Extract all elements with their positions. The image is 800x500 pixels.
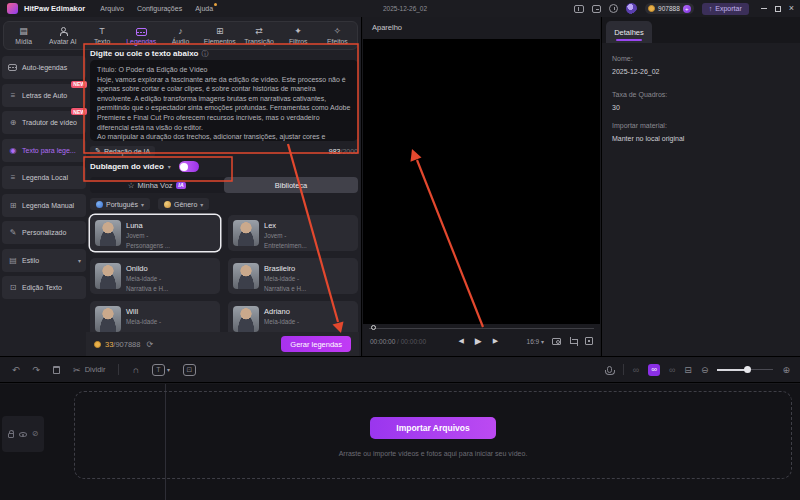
fullscreen-icon[interactable] bbox=[585, 337, 593, 345]
tab-texto[interactable]: TTexto bbox=[82, 26, 121, 45]
sidebar-item-legenda-local[interactable]: ≡Legenda Local bbox=[2, 166, 86, 189]
chevron-down-icon: ▾ bbox=[200, 201, 203, 208]
history-icon[interactable] bbox=[609, 4, 618, 13]
zoom-out-icon[interactable]: ⊖ bbox=[701, 365, 709, 375]
undo-icon[interactable]: ↶ bbox=[12, 365, 20, 375]
mute-track-icon[interactable]: ⊘ bbox=[32, 430, 39, 438]
chevron-down-icon: ▾ bbox=[141, 201, 144, 208]
close-button[interactable]: × bbox=[789, 4, 794, 13]
prev-frame-button[interactable]: ◀ bbox=[458, 337, 463, 345]
redo-icon[interactable]: ↷ bbox=[33, 365, 41, 375]
next-frame-button[interactable]: ▶ bbox=[493, 337, 498, 345]
voice-avatar bbox=[233, 263, 259, 289]
text-edit-icon: ⊡ bbox=[8, 283, 18, 292]
sidebar-item-legenda-manual[interactable]: ⊞Legenda Manual bbox=[2, 194, 86, 217]
notification-dot bbox=[214, 3, 217, 6]
tab-transicao[interactable]: ⇄Transição bbox=[239, 26, 278, 45]
tab-audio[interactable]: ♪Áudio bbox=[161, 26, 200, 45]
snapshot-icon[interactable] bbox=[552, 338, 561, 345]
caption-text-input[interactable]: Título: O Poder da Edição de Vídeo Hoje,… bbox=[90, 60, 358, 141]
sidebar-item-estilo[interactable]: ▤Estilo▾ bbox=[2, 249, 86, 272]
pen-icon: ✎ bbox=[95, 147, 101, 155]
record-voiceover-icon[interactable] bbox=[607, 366, 612, 373]
app-window: HitPaw Edimakor Arquivo Configurações Aj… bbox=[0, 0, 800, 500]
new-badge: NEW bbox=[71, 108, 87, 115]
info-icon[interactable]: ⓘ bbox=[201, 50, 208, 57]
cost-counter: 33/907888 bbox=[105, 340, 140, 349]
auto-link-icon[interactable]: ∞ bbox=[648, 364, 660, 376]
seek-bar[interactable] bbox=[369, 325, 594, 331]
refresh-icon[interactable]: ⟳ bbox=[146, 340, 153, 349]
user-avatar[interactable] bbox=[626, 3, 637, 14]
gender-filter-dropdown[interactable]: Gênero▾ bbox=[158, 198, 209, 210]
generate-bar: 33/907888 ⟳ Gerar legendas bbox=[86, 332, 359, 356]
zoom-in-icon[interactable]: ⊕ bbox=[782, 365, 790, 375]
fit-timeline-icon[interactable]: ⊟ bbox=[684, 365, 692, 375]
magnet-icon[interactable]: ∩ bbox=[132, 365, 138, 375]
sidebar-item-edicao-texto[interactable]: ⊡Edição Texto bbox=[2, 276, 86, 299]
seek-handle[interactable] bbox=[371, 325, 376, 330]
caption-track-icon[interactable]: ⊡ bbox=[183, 364, 196, 376]
details-panel: Detalhes Nome: 2025-12-26_02 Taxa de Qua… bbox=[601, 17, 800, 356]
zoom-slider-handle[interactable] bbox=[744, 366, 751, 373]
menu-arquivo[interactable]: Arquivo bbox=[100, 5, 124, 12]
scissors-icon: ✂ bbox=[73, 365, 81, 375]
text-tool-button[interactable]: T▾ bbox=[152, 364, 170, 376]
tab-filtros[interactable]: ✦Filtros bbox=[279, 26, 318, 45]
minimize-button[interactable] bbox=[761, 8, 767, 9]
left-panel: ▤Mídia Avatar AI TTexto Legendas ♪Áudio … bbox=[0, 17, 362, 356]
export-button[interactable]: ↑ Exportar bbox=[702, 3, 749, 15]
unlink-clips-icon[interactable]: ∞ bbox=[669, 365, 675, 375]
sidebar-item-letras-de-auto[interactable]: ≡Letras de AutoNEW bbox=[2, 84, 86, 107]
voice-avatar bbox=[233, 306, 259, 332]
tab-elementos[interactable]: ⊞Elementos bbox=[200, 26, 239, 45]
generate-captions-button[interactable]: Gerar legendas bbox=[281, 336, 351, 352]
chevron-down-icon[interactable]: ▾ bbox=[168, 163, 171, 170]
sidebar-item-tradutor-de-video[interactable]: ⊕Tradutor de vídeoNEW bbox=[2, 111, 86, 134]
import-files-button[interactable]: Importar Arquivos bbox=[370, 417, 495, 439]
maximize-button[interactable] bbox=[775, 6, 781, 12]
tab-efeitos[interactable]: ✧Efeitos bbox=[318, 26, 357, 45]
fps-value: 30 bbox=[612, 104, 620, 111]
custom-icon: ✎ bbox=[8, 228, 18, 237]
language-filter-dropdown[interactable]: Português▾ bbox=[90, 198, 150, 210]
preview-panel: Aparelho 00:00:00 / 00:00:00 ◀ ▶ ▶ 16:9 … bbox=[363, 17, 600, 356]
sidebar-item-auto-legendas[interactable]: Auto-legendas bbox=[2, 56, 86, 79]
tab-biblioteca[interactable]: Biblioteca bbox=[224, 177, 358, 193]
dubbing-toggle[interactable] bbox=[179, 161, 199, 172]
voice-card-onildo[interactable]: OnildoMeia-idade -Narrativa e H... bbox=[90, 258, 220, 294]
feedback-icon[interactable] bbox=[592, 5, 601, 13]
voice-card-brasileiro[interactable]: BrasileiroMeia-idade -Narrativa e H... bbox=[228, 258, 358, 294]
add-credits-icon[interactable]: + bbox=[683, 5, 691, 13]
coin-icon bbox=[648, 5, 655, 12]
credits-badge[interactable]: 907888 + bbox=[645, 3, 694, 14]
crop-icon[interactable] bbox=[569, 337, 577, 345]
hide-track-icon[interactable] bbox=[19, 432, 27, 437]
avatar-ai-icon bbox=[59, 26, 67, 37]
tab-midia[interactable]: ▤Mídia bbox=[4, 26, 43, 45]
tab-detalhes[interactable]: Detalhes bbox=[606, 21, 652, 43]
play-button[interactable]: ▶ bbox=[475, 336, 482, 346]
tab-avatar-ai[interactable]: Avatar AI bbox=[43, 26, 82, 45]
coin-icon bbox=[94, 341, 101, 348]
menu-ajuda[interactable]: Ajuda bbox=[195, 5, 213, 12]
style-icon: ▤ bbox=[8, 256, 18, 265]
timeline-zoom-slider[interactable] bbox=[717, 366, 773, 374]
layout-icon[interactable] bbox=[574, 5, 584, 13]
split-button[interactable]: ✂Dividir bbox=[73, 365, 105, 375]
voice-card-luna[interactable]: LunaJovem -Personagens ... bbox=[90, 215, 220, 251]
aspect-ratio-selector[interactable]: 16:9 ▾ bbox=[527, 338, 544, 345]
sidebar-item-personalizado[interactable]: ✎Personalizado bbox=[2, 221, 86, 244]
tab-legendas[interactable]: Legendas bbox=[122, 26, 161, 45]
lock-track-icon[interactable] bbox=[8, 433, 14, 438]
ai-writer-button[interactable]: ✎Redação de IA bbox=[90, 146, 155, 157]
link-clips-icon[interactable]: ∞ bbox=[633, 365, 639, 375]
app-logo-icon bbox=[7, 3, 18, 14]
new-badge: NEW bbox=[71, 81, 87, 88]
menu-configuracoes[interactable]: Configurações bbox=[137, 5, 182, 12]
media-dropzone[interactable]: Importar Arquivos Arraste ou importe víd… bbox=[74, 391, 792, 479]
delete-icon[interactable] bbox=[53, 366, 60, 374]
tab-minha-voz[interactable]: ☆Minha VozIA bbox=[90, 177, 224, 193]
voice-card-lex[interactable]: LexJovem -Entretenimen... bbox=[228, 215, 358, 251]
sidebar-item-texto-para-legenda[interactable]: ◉Texto para lege... bbox=[2, 139, 86, 162]
